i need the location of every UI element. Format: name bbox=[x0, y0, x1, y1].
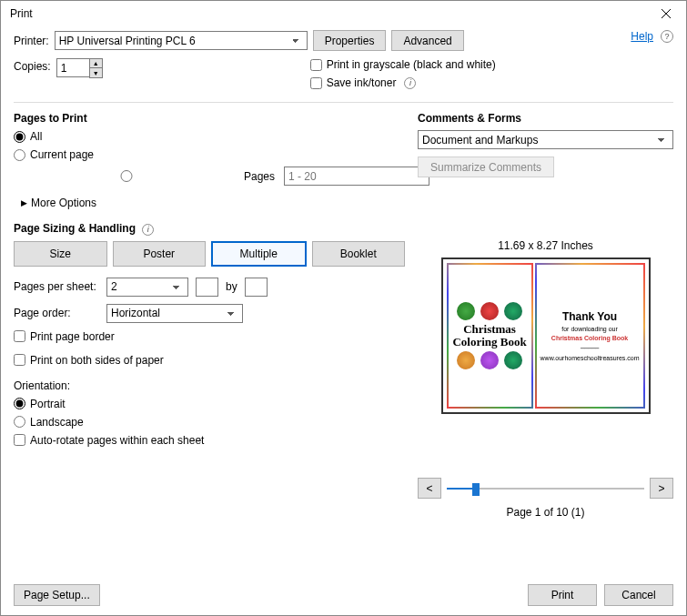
copies-up[interactable]: ▲ bbox=[90, 59, 102, 68]
tab-booklet[interactable]: Booklet bbox=[312, 241, 406, 267]
print-border-checkbox[interactable]: Print page border bbox=[14, 330, 405, 343]
radio-portrait[interactable]: Portrait bbox=[14, 398, 405, 410]
grayscale-checkbox[interactable]: Print in grayscale (black and white) bbox=[310, 58, 496, 71]
printer-select[interactable]: HP Universal Printing PCL 6 bbox=[55, 31, 308, 50]
autorotate-checkbox[interactable]: Auto-rotate pages within each sheet bbox=[14, 434, 405, 447]
both-sides-checkbox[interactable]: Print on both sides of paper bbox=[14, 354, 405, 367]
copies-label: Copies: bbox=[14, 60, 51, 73]
orientation-title: Orientation: bbox=[14, 379, 405, 392]
radio-all[interactable]: All bbox=[14, 130, 405, 143]
more-options-toggle[interactable]: ▶ More Options bbox=[21, 197, 405, 209]
radio-current[interactable]: Current page bbox=[14, 148, 405, 161]
preview-slider[interactable] bbox=[447, 480, 644, 498]
slider-thumb[interactable] bbox=[472, 483, 480, 496]
cancel-button[interactable]: Cancel bbox=[604, 584, 673, 606]
chevron-right-icon: ▶ bbox=[21, 198, 27, 207]
pps-by-label: by bbox=[226, 280, 237, 293]
pps-custom-w[interactable] bbox=[196, 278, 218, 297]
tab-size[interactable]: Size bbox=[14, 241, 107, 267]
page-order-select[interactable]: Horizontal bbox=[106, 304, 243, 323]
tab-multiple[interactable]: Multiple bbox=[211, 241, 307, 267]
radio-landscape[interactable]: Landscape bbox=[14, 416, 405, 429]
close-icon bbox=[662, 9, 671, 18]
copies-spinner[interactable]: ▲ ▼ bbox=[56, 58, 103, 78]
page-setup-button[interactable]: Page Setup... bbox=[14, 584, 100, 606]
window-title: Print bbox=[10, 7, 33, 20]
close-button[interactable] bbox=[652, 3, 681, 25]
print-button[interactable]: Print bbox=[528, 584, 597, 606]
preview-next-button[interactable]: > bbox=[650, 478, 673, 499]
pps-label: Pages per sheet: bbox=[14, 280, 99, 293]
copies-down[interactable]: ▼ bbox=[90, 68, 102, 77]
properties-button[interactable]: Properties bbox=[313, 30, 387, 51]
preview-prev-button[interactable]: < bbox=[418, 478, 441, 499]
pps-select[interactable]: 2 bbox=[106, 278, 188, 297]
help-icon[interactable]: ? bbox=[661, 30, 673, 43]
preview-page-right: Thank You for downloading our Christmas … bbox=[535, 263, 645, 409]
preview-page-left: Christmas Coloring Book bbox=[447, 263, 533, 409]
info-icon[interactable]: i bbox=[404, 77, 416, 89]
page-order-label: Page order: bbox=[14, 307, 99, 319]
summarize-button: Summarize Comments bbox=[418, 157, 554, 177]
pages-range-input[interactable] bbox=[284, 167, 429, 186]
info-icon[interactable]: i bbox=[142, 224, 154, 236]
pages-to-print-title: Pages to Print bbox=[14, 112, 405, 125]
saveink-checkbox[interactable]: Save ink/toner i bbox=[310, 76, 496, 89]
printer-label: Printer: bbox=[14, 35, 49, 47]
help-link[interactable]: Help bbox=[631, 30, 653, 43]
pps-custom-h[interactable] bbox=[245, 278, 268, 297]
advanced-button[interactable]: Advanced bbox=[391, 30, 463, 51]
radio-pages[interactable]: Pages bbox=[14, 170, 275, 183]
tab-poster[interactable]: Poster bbox=[113, 241, 207, 267]
comments-select[interactable]: Document and Markups bbox=[418, 130, 673, 149]
sizing-title: Page Sizing & Handling i bbox=[14, 222, 405, 236]
preview-dimensions: 11.69 x 8.27 Inches bbox=[418, 239, 673, 252]
preview-box: Christmas Coloring Book Thank You for do… bbox=[441, 258, 651, 414]
copies-input[interactable] bbox=[56, 58, 89, 77]
comments-title: Comments & Forms bbox=[418, 112, 673, 125]
page-indicator: Page 1 of 10 (1) bbox=[418, 506, 673, 519]
